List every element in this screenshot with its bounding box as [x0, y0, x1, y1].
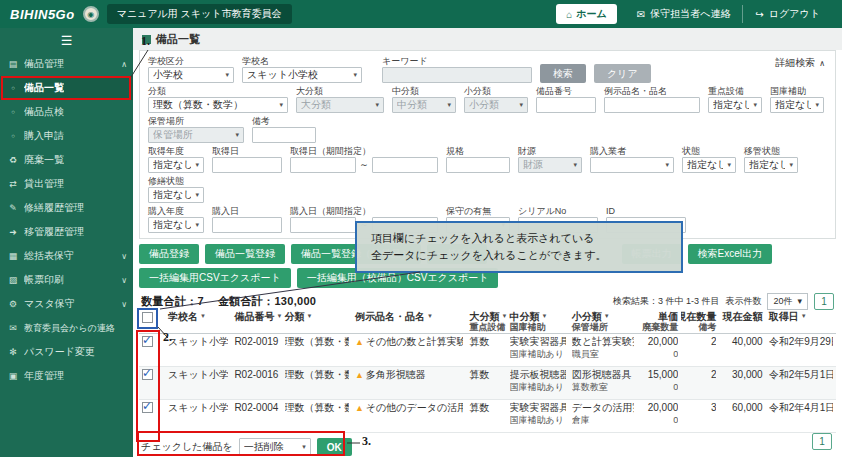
table-row: スキット小学校 R02-0004 理数（算数・数学） ▲その他のデータの活用実験…	[139, 400, 836, 433]
purchase-date-input[interactable]	[212, 217, 282, 233]
csv-export-button[interactable]: 一括編集用CSVエクスポート	[139, 268, 291, 288]
clear-button[interactable]: クリア	[594, 64, 651, 83]
pagination-page-1[interactable]: 1	[812, 433, 832, 450]
fund-select[interactable]: 財源▾	[518, 157, 582, 173]
priority-field: 重点設備 指定なし▾	[708, 86, 762, 113]
acq-range-from-input[interactable]	[290, 157, 356, 173]
print-icon: ▨	[7, 275, 19, 285]
repair-status-select[interactable]: 指定なし▾	[148, 187, 204, 203]
row-checkbox[interactable]	[142, 402, 153, 413]
organization-badge: マニュアル用 スキット市教育委員会	[107, 4, 292, 24]
vendor-field: 購入業者 ▾	[590, 146, 674, 173]
acq-date-input[interactable]	[212, 157, 282, 173]
contact-maintenance-button[interactable]: ✉保守担当者へ連絡	[625, 5, 743, 23]
sidebar-item-equipment-inspection[interactable]: ○備品点検	[0, 100, 133, 124]
pagination-page-1-top[interactable]: 1	[814, 293, 834, 310]
menu-toggle[interactable]: ☰	[0, 28, 133, 52]
chevron-down-icon: ▾	[573, 161, 577, 169]
standard-input[interactable]	[446, 157, 510, 173]
home-button[interactable]: ⌂ホーム	[556, 4, 617, 24]
column-header-name[interactable]: 例示品名・品名▼	[355, 311, 463, 322]
status-select[interactable]: 指定なし▾	[682, 157, 736, 173]
chevron-down-icon: ▾	[279, 101, 283, 109]
sidebar: ☰ ▤備品管理∧ ○備品一覧 ○備品点検 ○購入申請 ♻廃棄一覧 ⇄貸出管理 ✎…	[0, 28, 133, 457]
purchase-year-select[interactable]: 指定なし▾	[148, 217, 204, 233]
column-header-category[interactable]: 分類▼	[285, 311, 349, 322]
table-row: スキット小学校 R02-0016 理数（算数・数学） ▲多角形視聴器 算数 提示…	[139, 367, 836, 400]
minor-category-select[interactable]: 小分類▾	[464, 97, 528, 113]
select-all-checkbox[interactable]	[142, 312, 153, 323]
ok-button[interactable]: OK	[317, 438, 352, 456]
item-no-input[interactable]	[536, 97, 596, 113]
logout-button[interactable]: ↪ログアウト	[742, 5, 832, 23]
item-name-input[interactable]	[604, 97, 700, 113]
major-category-select[interactable]: 大分類▾	[296, 97, 384, 113]
sidebar-item-transfer-history[interactable]: ➜移管履歴管理	[0, 220, 133, 244]
sidebar-item-repair-history[interactable]: ✎修繕履歴管理	[0, 196, 133, 220]
transfer-status-field: 移管状態 指定なし▾	[744, 146, 798, 173]
chevron-down-icon: ∨	[121, 252, 127, 261]
calendar-icon: ▣	[7, 371, 19, 381]
acq-range-to-input[interactable]	[372, 157, 438, 173]
column-header-school[interactable]: 学校名▼	[168, 311, 228, 322]
fund-field: 財源 財源▾	[518, 146, 582, 173]
purchase-year-field: 購入年度 指定なし▾	[148, 206, 204, 233]
vendor-select[interactable]: ▾	[590, 157, 674, 173]
row-checkbox[interactable]	[142, 369, 153, 380]
middle-category-select[interactable]: 中分類▾	[392, 97, 456, 113]
column-header-major[interactable]: 大分類▼	[469, 311, 503, 322]
column-header-minor[interactable]: 小分類▼	[572, 311, 634, 322]
item-no-field: 備品番号	[536, 86, 596, 113]
sidebar-item-disposal-list[interactable]: ♻廃棄一覧	[0, 148, 133, 172]
sidebar-item-password-change[interactable]: ✻パスワード変更	[0, 340, 133, 364]
search-filter-panel: 詳細検索∧ 学校区分 小学校▾ 学校名 スキット小学校▾ キーワード 検索 クリ…	[139, 50, 836, 239]
acq-range-field: 取得日（期間指定） ～	[290, 146, 438, 173]
chevron-down-icon: ▾	[235, 131, 239, 139]
page-title: 備品一覧	[133, 28, 842, 50]
column-header-middle[interactable]: 中分類▼	[510, 311, 566, 322]
column-header-date[interactable]: 取得日▼	[769, 311, 833, 322]
column-header-item-no[interactable]: 備品番号▼	[234, 311, 278, 322]
sidebar-item-master-maintenance[interactable]: ⚙マスタ保守∨	[0, 292, 133, 316]
sidebar-item-report-print[interactable]: ▨帳票印刷∨	[0, 268, 133, 292]
warning-triangle-icon: ▲	[355, 370, 364, 380]
sidebar-item-board-contact[interactable]: ✉教育委員会からの連絡	[0, 316, 133, 340]
pencil-icon: ✎	[7, 203, 19, 213]
search-excel-export-button[interactable]: 検索Excel出力	[688, 244, 772, 264]
chevron-down-icon: ▾	[789, 161, 793, 169]
location-select[interactable]: 保管場所▾	[148, 127, 244, 143]
topbar-actions: ⌂ホーム ✉保守担当者へ連絡 ↪ログアウト	[556, 4, 832, 24]
column-header-price: 単価	[640, 311, 678, 322]
school-type-select[interactable]: 小学校▾	[148, 67, 234, 83]
sidebar-item-lending-management[interactable]: ⇄貸出管理	[0, 172, 133, 196]
search-button[interactable]: 検索	[540, 64, 586, 83]
chevron-down-icon: ▾	[195, 191, 199, 199]
list-register-button[interactable]: 備品一覧登録	[205, 244, 285, 264]
bulk-action-select[interactable]: 一括削除▾	[239, 438, 311, 456]
category-select[interactable]: 理数（算数・数学）▾	[148, 97, 288, 113]
note-field: 備考	[252, 116, 316, 143]
chevron-down-icon: ▾	[815, 101, 819, 109]
sidebar-item-summary-maintenance[interactable]: ▦総括表保守∨	[0, 244, 133, 268]
swap-icon: ⇄	[7, 179, 19, 189]
priority-select[interactable]: 指定なし▾	[708, 97, 762, 113]
acq-year-select[interactable]: 指定なし▾	[148, 157, 204, 173]
row-checkbox[interactable]	[142, 336, 153, 347]
register-button[interactable]: 備品登録	[139, 244, 199, 264]
sidebar-item-equipment-list[interactable]: ○備品一覧	[0, 76, 133, 100]
school-name-field: 学校名 スキット小学校▾	[242, 56, 362, 83]
sidebar-item-year-management[interactable]: ▣年度管理	[0, 364, 133, 388]
minor-category-field: 小分類 小分類▾	[464, 86, 528, 113]
sidebar-item-purchase-request[interactable]: ○購入申請	[0, 124, 133, 148]
sidebar-item-equipment-management[interactable]: ▤備品管理∧	[0, 52, 133, 76]
subsidy-select[interactable]: 指定なし▾	[770, 97, 824, 113]
school-name-select[interactable]: スキット小学校▾	[242, 67, 362, 83]
gear-icon: ⚙	[7, 299, 19, 309]
chevron-down-icon: ▾	[225, 71, 229, 79]
advanced-search-toggle[interactable]: 詳細検索∧	[775, 56, 825, 70]
keyword-input[interactable]	[382, 67, 532, 83]
page-size-select[interactable]: 20件 ▾	[767, 293, 808, 310]
purchase-range-from-input[interactable]	[290, 217, 356, 233]
transfer-status-select[interactable]: 指定なし▾	[744, 157, 798, 173]
note-input[interactable]	[252, 127, 316, 143]
